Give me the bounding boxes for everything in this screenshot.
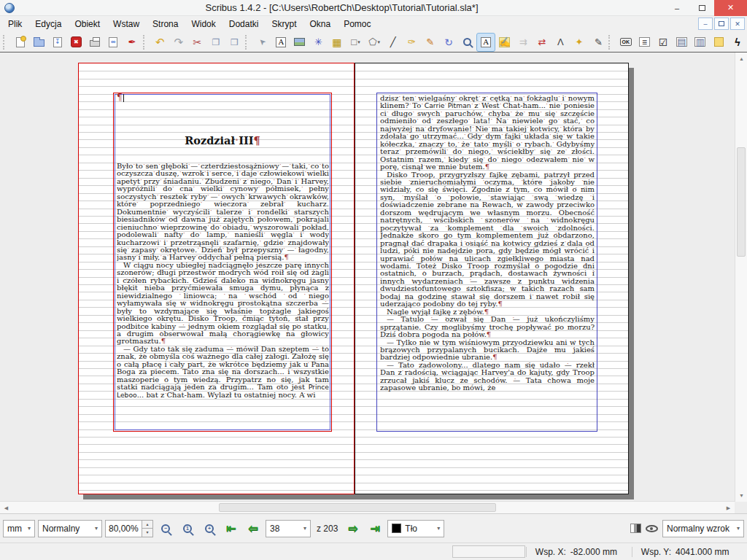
menu-item-pomoc[interactable]: Pomoc (337, 16, 377, 32)
unlink-text-frames-button[interactable]: ⇄ (533, 33, 551, 52)
menu-item-strona[interactable]: Strona (146, 16, 185, 32)
text-cursor (123, 94, 124, 102)
insert-freehand-button[interactable]: ✎ (421, 33, 440, 52)
scroll-left-icon[interactable]: ◀ (0, 502, 12, 513)
vertical-scroll-thumb[interactable] (737, 147, 746, 257)
horizontal-scroll-thumb[interactable] (219, 503, 496, 512)
zoom-out-button[interactable]: − (156, 519, 175, 538)
pdf-check-box-button[interactable]: ☑ (654, 33, 673, 52)
new-document-button[interactable] (11, 33, 30, 52)
pdf-push-button-button[interactable]: OK (616, 33, 635, 52)
chevron-down-icon: ▾ (737, 525, 740, 532)
maximize-button[interactable] (689, 0, 714, 16)
scroll-right-icon[interactable]: ▶ (722, 502, 735, 513)
quality-select[interactable]: Normalny ▾ (38, 520, 102, 537)
insert-shape-button[interactable]: □▾ (347, 33, 365, 52)
export-pdf-button[interactable]: ✒ (123, 33, 142, 52)
insert-polygon-button[interactable]: ⬠▾ (365, 33, 384, 52)
eye-dropper-button[interactable]: ✐ (589, 33, 608, 52)
measurements-icon: Λ (557, 37, 564, 47)
pdf-link-annotation-button[interactable]: ϟ (728, 33, 747, 52)
horizontal-scrollbar[interactable]: ◀ ▶ (0, 501, 735, 513)
mdi-minimize-button[interactable]: – (698, 18, 713, 30)
pdf-list-box-button[interactable]: ▥ (691, 33, 710, 52)
save-document-button[interactable]: ↧ (48, 33, 67, 52)
last-page-button[interactable]: ⇥ (365, 519, 384, 538)
menu-item-obiekt[interactable]: Obiekt (68, 16, 107, 32)
zoom-level-spinner[interactable]: 80,00% ▴ ▾ (105, 520, 153, 537)
redo-icon: ↷ (174, 36, 184, 47)
paragraph: dzisz ten wielgaśny okręt z cętką na fok… (380, 95, 595, 171)
close-document-button[interactable]: ✖ (67, 33, 86, 52)
insert-image-frame-button[interactable] (290, 33, 309, 52)
next-page-button[interactable]: ⇨ (344, 519, 363, 538)
page-right[interactable]: dzisz ten wielgaśny okręt z cętką na fok… (355, 63, 629, 494)
copy-button[interactable]: ❐ (206, 33, 225, 52)
preflight-verifier-button[interactable]: ∞ (104, 33, 123, 52)
mdi-restore-button[interactable] (714, 18, 729, 30)
menu-item-plik[interactable]: Plik (1, 16, 28, 32)
toolbar-separator (245, 35, 250, 50)
insert-line-button[interactable]: ╱ (384, 33, 403, 52)
scroll-down-icon[interactable]: ▼ (735, 489, 747, 502)
edit-contents-button[interactable]: A (476, 33, 495, 52)
vision-select[interactable]: Normalny wzrok ▾ (662, 520, 744, 537)
close-button[interactable]: ✕ (714, 0, 747, 16)
zoom-spin-up-button[interactable]: ▴ (142, 521, 152, 529)
cut-button[interactable]: ✂ (188, 33, 207, 52)
insert-render-frame-button[interactable]: ✳ (309, 33, 328, 52)
document-canvas[interactable]: ¶ Rozdział III¶ Było to sen głęboki — cz… (0, 52, 747, 513)
zoom-button[interactable] (458, 33, 477, 52)
pdf-text-field-button[interactable]: ≡ (635, 33, 654, 52)
copy-item-properties-button[interactable]: ✦ (570, 33, 589, 52)
menu-item-edycja[interactable]: Edycja (28, 16, 68, 32)
pdf-check-box-icon: ☑ (659, 37, 668, 47)
scroll-up-icon[interactable]: ▲ (735, 52, 747, 65)
zoom-spin-down-button[interactable]: ▾ (142, 529, 152, 537)
select-item-button[interactable]: ➤ (253, 33, 272, 52)
rotate-item-button[interactable]: ↻ (439, 33, 458, 52)
insert-table-button[interactable]: ▦ (328, 33, 347, 52)
page-left[interactable]: ¶ Rozdział III¶ Było to sen głęboki — cz… (78, 63, 355, 494)
minimize-button[interactable]: – (665, 0, 689, 16)
print-document-button[interactable]: . (85, 33, 104, 52)
insert-table-icon: ▦ (332, 37, 341, 47)
unit-select[interactable]: mm ▾ (3, 520, 35, 537)
layer-name: Tło (405, 524, 417, 534)
previous-page-button[interactable]: ⇦ (244, 519, 263, 538)
zoom-100-button[interactable]: 1 (178, 519, 197, 538)
chevron-down-icon: ▾ (357, 39, 360, 45)
redo-button[interactable]: ↷ (169, 33, 188, 52)
open-document-button[interactable] (29, 33, 48, 52)
story-editor-button[interactable]: ✍ (495, 33, 514, 52)
measurements-button[interactable]: Λ (551, 33, 570, 52)
layer-select[interactable]: Tło ▾ (387, 520, 444, 537)
link-text-frames-icon: ⇉ (519, 37, 527, 47)
zoom-out-icon: − (161, 524, 170, 533)
menu-item-dodatki[interactable]: Dodatki (222, 16, 266, 32)
insert-bezier-button[interactable]: ✑ (402, 33, 421, 52)
text-frame-right[interactable]: dzisz ten wielgaśny okręt z cętką na fok… (376, 93, 597, 432)
color-management-icon[interactable] (630, 524, 641, 533)
menu-item-okna[interactable]: Okna (303, 16, 337, 32)
pdf-list-box-icon: ▥ (694, 37, 705, 47)
menu-item-wstaw[interactable]: Wstaw (107, 16, 146, 32)
save-document-icon: ↧ (53, 37, 62, 47)
insert-line-icon: ╱ (390, 37, 396, 47)
zoom-in-icon: + (205, 524, 214, 533)
page-number-combobox[interactable]: 38 ▾ (266, 520, 311, 537)
menu-item-skrypt[interactable]: Skrypt (265, 16, 303, 32)
preview-eye-icon[interactable] (646, 525, 658, 532)
mdi-close-button[interactable]: ✕ (730, 18, 745, 30)
undo-button[interactable]: ↶ (151, 33, 170, 52)
zoom-in-button[interactable]: + (200, 519, 219, 538)
menu-item-widok[interactable]: Widok (185, 16, 222, 32)
pdf-combo-box-button[interactable]: ▤ (673, 33, 692, 52)
pdf-text-annotation-button[interactable] (710, 33, 729, 52)
vertical-scrollbar[interactable]: ▲ ▼ (735, 52, 747, 502)
paste-button[interactable]: ❒ (225, 33, 244, 52)
insert-text-frame-button[interactable]: A (272, 33, 291, 52)
text-frame-left[interactable]: ¶ Rozdział III¶ Było to sen głęboki — cz… (113, 93, 332, 432)
first-page-button[interactable]: ⇤ (222, 519, 241, 538)
menu-bar: PlikEdycjaObiektWstawStronaWidokDodatkiS… (0, 16, 747, 32)
